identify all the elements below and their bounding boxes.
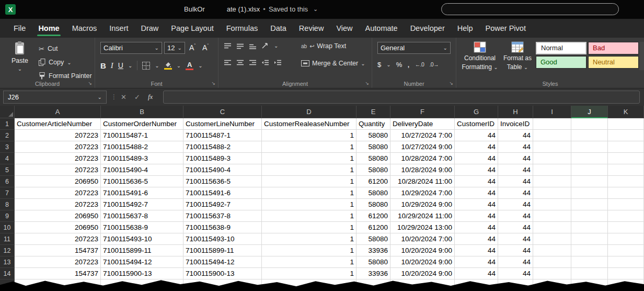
cell[interactable] (571, 176, 608, 187)
row-header-7[interactable]: 7 (0, 187, 15, 199)
cell[interactable]: 1 (262, 210, 356, 222)
cell[interactable]: 7100115489-3 (101, 153, 183, 164)
column-header-f[interactable]: F (390, 106, 455, 118)
cell[interactable]: 1 (262, 199, 356, 210)
cell[interactable]: 33936 (356, 268, 390, 279)
column-header-a[interactable]: A (15, 106, 101, 118)
borders-icon[interactable] (142, 62, 150, 70)
cell[interactable]: 1 (262, 153, 356, 164)
cell[interactable]: CustomerRealeaseNumber (262, 118, 356, 130)
conditional-formatting-button[interactable]: Conditional Formatting ⌄ (461, 41, 499, 71)
row-header-11[interactable]: 11 (0, 233, 15, 245)
chevron-down-icon[interactable]: ⌄ (67, 60, 71, 65)
cell[interactable]: 44 (455, 153, 498, 164)
chevron-down-icon[interactable]: ⌄ (198, 63, 202, 69)
cell[interactable]: 10/20/2024 9:00 (390, 268, 455, 279)
cell[interactable] (571, 130, 608, 141)
cell[interactable]: 207223 (15, 141, 101, 153)
cell[interactable]: 7100115899-11 (183, 245, 262, 256)
cell[interactable]: 58080 (356, 256, 390, 268)
cell[interactable] (608, 233, 644, 245)
increase-font-size-button[interactable]: Aˆ (189, 43, 196, 52)
cell[interactable]: 61200 (356, 176, 390, 187)
cell[interactable]: 7100115490-4 (183, 164, 262, 176)
confirm-entry-icon[interactable]: ✓ (134, 93, 140, 101)
cell[interactable]: 61200 (356, 210, 390, 222)
cell[interactable]: 44 (498, 256, 533, 268)
cell[interactable] (571, 199, 608, 210)
cell[interactable]: 44 (455, 176, 498, 187)
cell[interactable]: 44 (498, 233, 533, 245)
percent-style-button[interactable]: % (396, 61, 402, 69)
align-bottom-icon[interactable] (249, 43, 257, 49)
styles-gallery-scrollbar[interactable] (639, 42, 644, 70)
cell[interactable] (608, 118, 644, 130)
column-header-j[interactable]: J (571, 106, 608, 118)
cell[interactable]: 44 (498, 268, 533, 279)
cell[interactable]: 58080 (356, 164, 390, 176)
cell[interactable]: 44 (455, 233, 498, 245)
cell[interactable]: 7100115490-4 (101, 164, 183, 176)
column-header-e[interactable]: E (356, 106, 390, 118)
tab-data[interactable]: Data (264, 19, 293, 38)
cell[interactable] (571, 118, 608, 130)
format-painter-button[interactable]: Format Painter (39, 70, 92, 82)
excel-app-icon[interactable]: X (5, 4, 16, 15)
cell[interactable] (533, 233, 571, 245)
cell[interactable]: 207223 (15, 199, 101, 210)
column-header-i[interactable]: I (533, 106, 571, 118)
cell[interactable]: 7100115900-13 (101, 268, 183, 279)
cell[interactable]: 1 (262, 176, 356, 187)
cell[interactable]: 44 (455, 187, 498, 199)
cell[interactable]: 206950 (15, 222, 101, 233)
comma-style-button[interactable]: , (407, 60, 409, 69)
cell[interactable]: 58080 (356, 233, 390, 245)
cell[interactable]: 44 (498, 187, 533, 199)
cell[interactable] (608, 256, 644, 268)
cell[interactable]: 44 (498, 176, 533, 187)
align-left-icon[interactable] (224, 60, 232, 66)
italic-button[interactable]: I (111, 61, 113, 70)
tab-file[interactable]: File (7, 19, 32, 38)
cell[interactable]: CustomerOrderNumber (101, 118, 183, 130)
align-middle-icon[interactable] (236, 43, 244, 49)
increase-indent-icon[interactable] (274, 60, 282, 66)
chevron-down-icon[interactable]: ⌄ (18, 66, 22, 72)
cell[interactable]: 10/28/2024 7:00 (390, 153, 455, 164)
wrap-text-button[interactable]: ab ↩ Wrap Text (301, 42, 346, 50)
chevron-down-icon[interactable]: ⌄ (177, 63, 181, 69)
cell[interactable]: 206950 (15, 210, 101, 222)
copy-button[interactable]: Copy ⌄ (39, 57, 72, 68)
cell[interactable] (571, 268, 608, 279)
cell[interactable] (608, 153, 644, 164)
cell[interactable] (571, 164, 608, 176)
cell[interactable]: 7100115492-7 (183, 199, 262, 210)
cell[interactable]: 7100115487-1 (183, 130, 262, 141)
tab-automate[interactable]: Automate (359, 19, 404, 38)
chevron-down-icon[interactable]: ⌄ (274, 43, 278, 49)
cell[interactable]: 10/20/2024 9:00 (390, 245, 455, 256)
cell[interactable]: 44 (498, 153, 533, 164)
cell[interactable]: 7100115487-1 (101, 130, 183, 141)
cell[interactable] (533, 187, 571, 199)
tab-help[interactable]: Help (451, 19, 479, 38)
cell[interactable]: CustomerArticleNumber (15, 118, 101, 130)
cell[interactable]: 1 (262, 245, 356, 256)
cell[interactable]: 207223 (15, 130, 101, 141)
cell[interactable]: 1 (262, 164, 356, 176)
select-all-corner[interactable] (0, 106, 15, 118)
cell[interactable]: 7100115493-10 (101, 233, 183, 245)
cell[interactable] (571, 141, 608, 153)
cell[interactable]: 44 (455, 141, 498, 153)
cell[interactable]: 44 (498, 245, 533, 256)
orientation-icon[interactable] (261, 42, 269, 49)
cell[interactable]: 207223 (15, 153, 101, 164)
align-top-icon[interactable] (224, 43, 232, 49)
cell[interactable]: 10/27/2024 9:00 (390, 141, 455, 153)
accounting-format-button[interactable]: $ (377, 61, 381, 69)
name-box[interactable]: J26 ⌄ (3, 91, 107, 104)
cell[interactable]: 33936 (356, 245, 390, 256)
cell[interactable]: 10/28/2024 9:00 (390, 164, 455, 176)
cell[interactable] (571, 245, 608, 256)
tab-view[interactable]: View (330, 19, 359, 38)
